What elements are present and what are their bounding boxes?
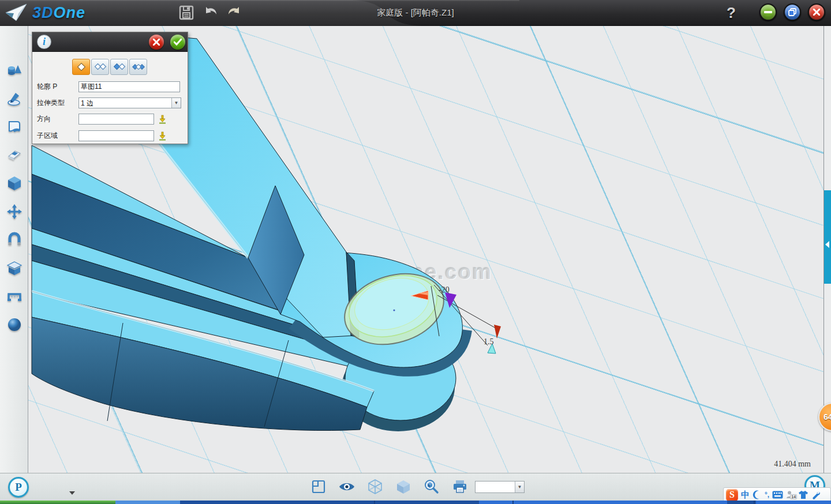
user-count-icon[interactable]: 14 bbox=[786, 490, 795, 499]
zoom-cube-icon[interactable] bbox=[423, 478, 440, 495]
dialog-titlebar[interactable]: i bbox=[32, 32, 188, 52]
taskbar-divider bbox=[374, 501, 375, 504]
extrude-mode-1-button[interactable] bbox=[72, 59, 90, 75]
eraser-icon[interactable] bbox=[6, 146, 23, 164]
subregion-input[interactable] bbox=[78, 130, 154, 141]
help-icon[interactable]: ? bbox=[723, 1, 740, 24]
p-badge-dropdown-arrow[interactable] bbox=[69, 491, 75, 495]
magnet-icon[interactable] bbox=[6, 231, 23, 249]
bottom-toolbar: P bbox=[0, 473, 831, 501]
profile-input[interactable] bbox=[78, 81, 180, 92]
title-bar: 3DOne 家庭版 - [阿帕奇.Z bbox=[0, 0, 831, 26]
extrude-mode-4-button[interactable] bbox=[129, 59, 147, 75]
render-sphere-icon[interactable] bbox=[6, 316, 23, 333]
taskbar-light-blue-segment bbox=[115, 501, 180, 504]
chevron-down-icon[interactable]: ▼ bbox=[171, 98, 181, 108]
info-icon: i bbox=[37, 35, 51, 49]
keyboard-icon[interactable] bbox=[772, 491, 783, 499]
layout-icon[interactable] bbox=[310, 478, 327, 495]
extrude-mode-3-button[interactable] bbox=[110, 59, 128, 75]
printer-icon[interactable] bbox=[451, 478, 469, 495]
taskbar-divider bbox=[754, 501, 755, 504]
taskbar-blue-segment-2 bbox=[756, 501, 831, 504]
move-icon[interactable] bbox=[6, 203, 23, 220]
feature-cube-icon[interactable] bbox=[6, 175, 23, 192]
dimension-readout: 41.404 mm bbox=[774, 460, 811, 469]
pick-subregion-icon[interactable] bbox=[158, 131, 167, 141]
extrude-type-row: 拉伸类型 1 边 ▼ bbox=[37, 97, 181, 108]
profile-row: 轮廓 P bbox=[37, 81, 180, 92]
left-toolbar bbox=[0, 26, 28, 473]
extrude-mode-2-button[interactable] bbox=[91, 59, 109, 75]
skin-icon[interactable] bbox=[798, 490, 808, 499]
user-count-label: 14 bbox=[790, 494, 797, 499]
sogou-icon[interactable]: S bbox=[726, 489, 738, 501]
eye-icon[interactable] bbox=[338, 478, 355, 495]
moon-icon[interactable] bbox=[753, 490, 762, 499]
dialog-confirm-icon[interactable] bbox=[170, 35, 185, 50]
wrench-icon[interactable] bbox=[811, 490, 821, 499]
offset-dimension-label: -20 bbox=[439, 285, 450, 295]
extrude-type-label: 拉伸类型 bbox=[37, 98, 78, 108]
pick-direction-icon[interactable] bbox=[158, 114, 167, 124]
close-button[interactable] bbox=[808, 3, 825, 21]
window-title: 家庭版 - [阿帕奇.Z1] bbox=[0, 0, 831, 26]
panel-expand-tab[interactable] bbox=[824, 190, 831, 284]
solid-cube-icon[interactable] bbox=[395, 478, 412, 495]
extrude-type-value: 1 边 bbox=[81, 99, 93, 107]
restore-button[interactable] bbox=[784, 3, 801, 21]
extrude-dialog: i bbox=[32, 32, 188, 144]
extrude-type-select[interactable]: 1 边 ▼ bbox=[78, 97, 181, 108]
subregion-row: 子区域 bbox=[37, 130, 167, 141]
sketch-icon[interactable] bbox=[6, 91, 23, 108]
application-window: 3DOne 家庭版 - [阿帕奇.Z bbox=[0, 0, 831, 504]
direction-label: 方向 bbox=[37, 114, 78, 124]
subregion-label: 子区域 bbox=[37, 131, 78, 141]
profile-label: 轮廓 P bbox=[37, 82, 78, 92]
direction-row: 方向 bbox=[37, 114, 167, 125]
chevron-down-icon[interactable]: ▼ bbox=[515, 482, 524, 492]
chevron-left-icon bbox=[825, 241, 829, 248]
punct-icon[interactable]: °, bbox=[765, 491, 769, 499]
taskbar-green-segment bbox=[0, 501, 115, 504]
surface-icon[interactable] bbox=[6, 118, 23, 136]
view-scale-select[interactable]: ▼ bbox=[475, 481, 525, 493]
taskbar-divider bbox=[512, 501, 514, 504]
taskbar-blue-segment bbox=[479, 501, 727, 504]
combine-icon[interactable] bbox=[6, 259, 23, 277]
solids-icon[interactable] bbox=[6, 62, 23, 80]
minimize-button[interactable] bbox=[759, 3, 777, 21]
taskbar-sliver[interactable] bbox=[0, 501, 831, 504]
wireframe-cube-icon[interactable] bbox=[366, 478, 384, 495]
direction-input[interactable] bbox=[78, 114, 154, 125]
property-badge[interactable]: P bbox=[8, 477, 29, 498]
draft-dimension-label: 1.5 bbox=[484, 337, 494, 347]
lang-icon[interactable]: 中 bbox=[741, 490, 750, 501]
clamp-icon[interactable] bbox=[6, 288, 23, 305]
dialog-cancel-icon[interactable] bbox=[149, 35, 164, 50]
extrude-mode-buttons bbox=[72, 59, 147, 75]
